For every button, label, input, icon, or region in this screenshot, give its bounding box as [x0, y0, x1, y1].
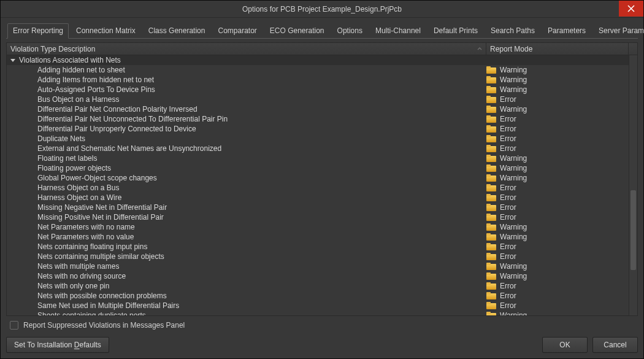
tab-multi-channel[interactable]: Multi-Channel [370, 23, 426, 39]
tab-server-parameters[interactable]: Server Parameters [593, 23, 644, 39]
table-row[interactable]: Nets with multiple namesWarning [7, 261, 629, 271]
tab-strip: Error ReportingConnection MatrixClass Ge… [6, 23, 638, 39]
report-mode-cell[interactable]: Error [486, 242, 629, 251]
report-mode-cell[interactable]: Warning [486, 311, 629, 315]
report-mode-cell[interactable]: Error [486, 144, 629, 153]
table-row[interactable]: Differential Pair Net Connection Polarit… [7, 104, 629, 114]
table-row[interactable]: Missing Positive Net in Differential Pai… [7, 212, 629, 222]
tab-options[interactable]: Options [332, 23, 368, 39]
folder-icon [486, 145, 496, 152]
violation-description: Floating net labels [7, 153, 486, 163]
report-mode-cell[interactable]: Warning [486, 233, 629, 241]
report-mode-cell[interactable]: Error [486, 134, 629, 143]
violation-description: Missing Positive Net in Differential Pai… [7, 212, 486, 222]
window-title: Options for PCB Project Example_Design.P… [242, 5, 402, 14]
tab-connection-matrix[interactable]: Connection Matrix [71, 23, 141, 39]
report-suppressed-label: Report Suppressed Violations in Messages… [23, 321, 185, 330]
report-mode-cell[interactable]: Warning [486, 105, 629, 114]
cancel-button[interactable]: Cancel [592, 337, 638, 353]
table-row[interactable]: Differential Pair Net Unconnected To Dif… [7, 114, 629, 124]
group-header[interactable]: Violations Associated with Nets [7, 55, 629, 65]
tab-comparator[interactable]: Comparator [212, 23, 262, 39]
table-row[interactable]: Harness Object on a WireError [7, 193, 629, 203]
report-mode-cell[interactable]: Error [486, 301, 629, 310]
table-row[interactable]: Floating net labelsWarning [7, 153, 629, 163]
tab-error-reporting[interactable]: Error Reporting [7, 23, 69, 39]
report-mode-cell[interactable]: Error [486, 95, 629, 104]
report-mode-cell[interactable]: Error [486, 291, 629, 300]
collapse-icon [10, 59, 15, 62]
violation-description: Adding Items from hidden net to net [7, 75, 486, 85]
violation-description: External and Schematic Net Names are Uns… [7, 144, 486, 153]
report-mode-cell[interactable]: Warning [486, 174, 629, 182]
violation-description: Global Power-Object scope changes [7, 173, 486, 183]
report-mode-cell[interactable]: Warning [486, 75, 629, 84]
table-row[interactable]: Net Parameters with no nameWarning [7, 222, 629, 232]
suppress-checkbox-row: Report Suppressed Violations in Messages… [6, 320, 638, 330]
table-row[interactable]: Nets containing multiple similar objects… [7, 252, 629, 261]
table-row[interactable]: Harness Object on a BusError [7, 183, 629, 193]
table-row[interactable]: Nets with only one pinError [7, 281, 629, 291]
table-row[interactable]: Nets with no driving sourceWarning [7, 271, 629, 281]
report-mode-cell[interactable]: Error [486, 193, 629, 202]
folder-icon [486, 184, 496, 191]
violation-description: Same Net used in Multiple Differential P… [7, 301, 486, 311]
report-mode-cell[interactable]: Error [486, 115, 629, 123]
table-row[interactable]: External and Schematic Net Names are Uns… [7, 144, 629, 153]
column-header-description[interactable]: Violation Type Description [7, 43, 486, 55]
report-suppressed-checkbox[interactable] [10, 321, 18, 330]
report-mode-cell[interactable]: Warning [486, 154, 629, 163]
folder-icon [486, 66, 496, 74]
set-defaults-button[interactable]: Set To Installation Defaults [6, 337, 109, 353]
tab-parameters[interactable]: Parameters [542, 23, 591, 39]
table-row[interactable]: Bus Object on a HarnessError [7, 95, 629, 104]
table-row[interactable]: Differential Pair Unproperly Connected t… [7, 124, 629, 134]
close-button[interactable] [619, 1, 643, 17]
table-row[interactable]: Missing Negative Net in Differential Pai… [7, 203, 629, 212]
report-mode-cell[interactable]: Warning [486, 85, 629, 94]
folder-icon [486, 76, 496, 83]
table-row[interactable]: Global Power-Object scope changesWarning [7, 173, 629, 183]
table-row[interactable]: Net Parameters with no valueWarning [7, 232, 629, 242]
table-row[interactable]: Floating power objectsWarning [7, 163, 629, 173]
violation-description: Nets containing floating input pins [7, 242, 486, 252]
folder-icon [486, 164, 496, 172]
table-row[interactable]: Adding Items from hidden net to netWarni… [7, 75, 629, 85]
table-row[interactable]: Auto-Assigned Ports To Device PinsWarnin… [7, 85, 629, 95]
report-mode-cell[interactable]: Error [486, 183, 629, 192]
table-row[interactable]: Adding hidden net to sheetWarning [7, 65, 629, 75]
report-mode-cell[interactable]: Error [486, 282, 629, 290]
report-mode-cell[interactable]: Error [486, 125, 629, 133]
tab-search-paths[interactable]: Search Paths [485, 23, 540, 39]
column-header-mode[interactable]: Report Mode [486, 43, 629, 55]
report-mode-cell[interactable]: Error [486, 213, 629, 222]
tab-default-prints[interactable]: Default Prints [428, 23, 483, 39]
report-mode-cell[interactable]: Warning [486, 164, 629, 172]
folder-icon [486, 106, 496, 113]
report-mode-cell[interactable]: Error [486, 203, 629, 212]
report-mode-cell[interactable]: Warning [486, 272, 629, 280]
table-row[interactable]: Sheets containing duplicate portsWarning [7, 311, 629, 315]
vertical-scrollbar[interactable] [629, 55, 637, 315]
violation-description: Duplicate Nets [7, 134, 486, 144]
report-mode-cell[interactable]: Warning [486, 262, 629, 271]
table-header: Violation Type Description Report Mode [7, 43, 637, 55]
titlebar: Options for PCB Project Example_Design.P… [1, 1, 643, 18]
ok-button[interactable]: OK [542, 337, 588, 353]
violation-description: Nets with possible connection problems [7, 291, 486, 301]
folder-icon [486, 155, 496, 162]
folder-icon [486, 223, 496, 231]
tab-class-generation[interactable]: Class Generation [143, 23, 211, 39]
folder-icon [486, 243, 496, 250]
table-row[interactable]: Nets with possible connection problemsEr… [7, 291, 629, 301]
violation-description: Nets with no driving source [7, 271, 486, 281]
table-row[interactable]: Nets containing floating input pinsError [7, 242, 629, 252]
report-mode-cell[interactable]: Warning [486, 223, 629, 231]
table-row[interactable]: Same Net used in Multiple Differential P… [7, 301, 629, 311]
violations-table: Violation Type Description Report Mode V… [6, 42, 638, 316]
report-mode-cell[interactable]: Warning [486, 66, 629, 74]
report-mode-cell[interactable]: Error [486, 252, 629, 261]
scrollbar-thumb[interactable] [631, 190, 636, 270]
tab-eco-generation[interactable]: ECO Generation [264, 23, 330, 39]
table-row[interactable]: Duplicate NetsError [7, 134, 629, 144]
